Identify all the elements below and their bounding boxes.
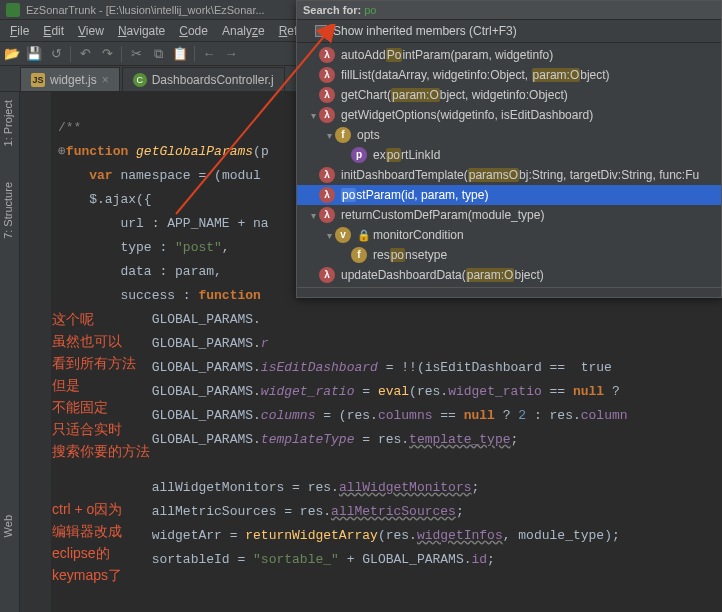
menu-file[interactable]: File <box>4 22 35 40</box>
checkbox-icon[interactable] <box>315 25 327 37</box>
member-item[interactable]: ▾fopts <box>297 125 721 145</box>
left-tool-tabs: 1: Project 7: Structure Web <box>0 92 20 612</box>
member-item[interactable]: λautoAddPointParam(param, widgetinfo) <box>297 45 721 65</box>
app-icon <box>6 3 20 17</box>
gutter <box>20 92 52 612</box>
tab-label: DashboardsController.j <box>152 73 274 87</box>
tab-label: widget.js <box>50 73 97 87</box>
member-item[interactable]: ▾λgetWidgetOptions(widgetinfo, isEditDas… <box>297 105 721 125</box>
menu-edit[interactable]: Edit <box>37 22 70 40</box>
member-item[interactable]: ▾λreturnCustomDefParam(module_type) <box>297 205 721 225</box>
structure-popup: widget.js Search for: po Show inherited … <box>296 0 722 298</box>
annotation-2: ctrl + o因为 编辑器改成 eclipse的 keymaps了 <box>52 498 122 586</box>
open-icon[interactable]: 📂 <box>4 46 20 62</box>
search-value: po <box>364 4 376 16</box>
forward-icon[interactable]: → <box>223 46 239 62</box>
tab-widget-js[interactable]: JS widget.js × <box>20 67 120 91</box>
copy-icon[interactable]: ⧉ <box>150 46 166 62</box>
member-item[interactable]: λfillList(dataArray, widgetinfo:Object, … <box>297 65 721 85</box>
paste-icon[interactable]: 📋 <box>172 46 188 62</box>
member-list: λautoAddPointParam(param, widgetinfo)λfi… <box>297 43 721 287</box>
menu-analyze[interactable]: Analyze <box>216 22 271 40</box>
class-file-icon: C <box>133 73 147 87</box>
web-tab[interactable]: Web <box>0 507 16 545</box>
menu-navigate[interactable]: Navigate <box>112 22 171 40</box>
sync-icon[interactable]: ↺ <box>48 46 64 62</box>
redo-icon[interactable]: ↷ <box>99 46 115 62</box>
popup-search-header: Search for: po <box>297 1 721 20</box>
js-file-icon: JS <box>31 73 45 87</box>
annotation-1: 这个呢 虽然也可以 看到所有方法 但是 不能固定 只适合实时 搜索你要的方法 <box>52 308 150 462</box>
project-tab[interactable]: 1: Project <box>0 92 16 154</box>
tab-dashboards-controller[interactable]: C DashboardsController.j <box>122 67 285 91</box>
title-text: EzSonarTrunk - [E:\lusion\intellij_work\… <box>26 4 265 16</box>
structure-tab[interactable]: 7: Structure <box>0 174 16 247</box>
member-item[interactable]: λgetChart(param:Object, widgetinfo:Objec… <box>297 85 721 105</box>
member-item[interactable]: λupdateDashboardData(param:Object) <box>297 265 721 285</box>
member-item[interactable]: λinitDashboardTemplate(paramsObj:String,… <box>297 165 721 185</box>
member-item[interactable]: λpostParam(id, param, type) <box>297 185 721 205</box>
close-icon[interactable]: × <box>102 73 109 87</box>
back-icon[interactable]: ← <box>201 46 217 62</box>
member-item[interactable]: fresponsetype <box>297 245 721 265</box>
menu-view[interactable]: View <box>72 22 110 40</box>
cut-icon[interactable]: ✂ <box>128 46 144 62</box>
menu-code[interactable]: Code <box>173 22 214 40</box>
undo-icon[interactable]: ↶ <box>77 46 93 62</box>
member-item[interactable]: ▾v🔒monitorCondition <box>297 225 721 245</box>
member-item[interactable]: pexportLinkId <box>297 145 721 165</box>
save-icon[interactable]: 💾 <box>26 46 42 62</box>
show-inherited-option[interactable]: Show inherited members (Ctrl+F3) <box>297 20 721 43</box>
